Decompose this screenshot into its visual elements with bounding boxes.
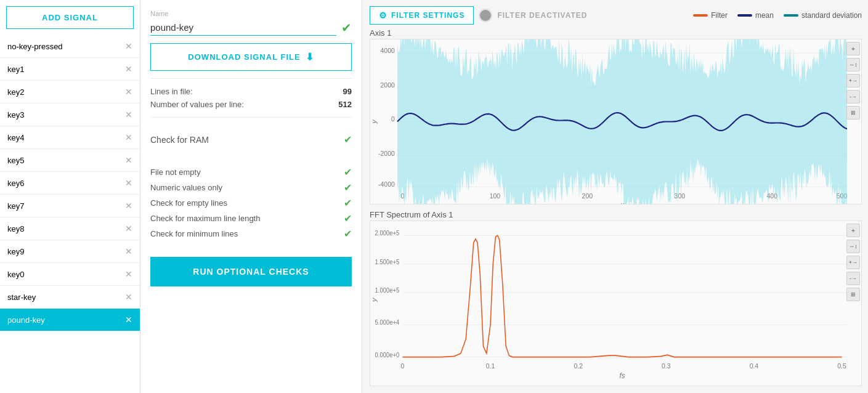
- axis1-zoom-out-x-button[interactable]: -→: [846, 90, 860, 103]
- filter-settings-label: FILTER SETTINGS: [391, 11, 464, 20]
- check-ok-icon: ✔: [344, 182, 352, 193]
- values-per-line-row: Number of values per line: 512: [150, 98, 352, 111]
- check-row-label: File not empty: [150, 168, 201, 177]
- signal-label: no-key-pressed: [7, 42, 63, 51]
- signal-label: key3: [7, 110, 24, 120]
- sidebar-item-key5[interactable]: key5 ✕: [0, 149, 140, 172]
- close-icon[interactable]: ✕: [125, 64, 132, 74]
- fft-zoom-in-x-button[interactable]: +→: [846, 256, 860, 269]
- file-info-section: Lines in file: 99 Number of values per l…: [150, 78, 352, 118]
- svg-text:-2000: -2000: [378, 150, 395, 157]
- signal-label: star-key: [7, 293, 36, 302]
- name-field-label: Name: [150, 10, 352, 17]
- sidebar-item-key1[interactable]: key1 ✕: [0, 58, 140, 81]
- close-icon[interactable]: ✕: [125, 246, 132, 256]
- signal-list: no-key-pressed ✕key1 ✕key2 ✕key3 ✕key4 ✕…: [0, 35, 140, 393]
- legend-mean: mean: [737, 11, 774, 20]
- check-ok-icon: ✔: [344, 166, 352, 178]
- fft-chart-title: FFT Spectrum of Axis 1: [370, 210, 862, 219]
- svg-text:2000: 2000: [381, 81, 395, 89]
- signal-label: key1: [7, 65, 24, 74]
- close-icon[interactable]: ✕: [125, 315, 132, 325]
- axis1-svg: 4000 2000 0 -2000 -4000 0 100 200 300 40…: [370, 39, 861, 204]
- sidebar-item-key7[interactable]: key7 ✕: [0, 195, 140, 217]
- close-icon[interactable]: ✕: [125, 178, 132, 188]
- optional-checks-list: File not empty ✔Numeric values only ✔Che…: [150, 161, 352, 245]
- sidebar-item-key3[interactable]: key3 ✕: [0, 103, 140, 126]
- svg-text:0: 0: [401, 362, 405, 370]
- download-icon: ⬇: [306, 51, 314, 63]
- legend-filter-color: [693, 14, 708, 17]
- close-icon[interactable]: ✕: [125, 269, 132, 279]
- svg-text:1.500e+5: 1.500e+5: [375, 258, 400, 265]
- axis1-chart-controls: + ↔↕ +→ -→ ⊞: [844, 39, 862, 122]
- svg-text:y: y: [370, 119, 378, 124]
- check-for-ram-section: Check for RAM ✔: [150, 125, 352, 154]
- sidebar-item-star-key[interactable]: star-key ✕: [0, 286, 140, 309]
- run-optional-checks-button[interactable]: RUN OPTIONAL CHECKS: [150, 257, 352, 286]
- fft-fit-button[interactable]: ⊞: [846, 288, 860, 301]
- check-row-label: Check for maximum line length: [150, 214, 260, 223]
- close-icon[interactable]: ✕: [125, 87, 132, 97]
- legend-std-dev: standard deviation: [784, 11, 862, 20]
- axis1-chart-container: Axis 1 4000 2000 0 -2000 -4000 0 100 200…: [370, 28, 862, 205]
- signal-label: key6: [7, 179, 24, 188]
- name-input[interactable]: [150, 20, 336, 36]
- close-icon[interactable]: ✕: [125, 110, 132, 120]
- top-bar: ⚙ FILTER SETTINGS FILTER DEACTIVATED Fil…: [370, 6, 862, 25]
- name-check-icon: ✔: [341, 20, 352, 35]
- close-icon[interactable]: ✕: [125, 224, 132, 233]
- check-row: Numeric values only ✔: [150, 182, 352, 193]
- signal-label: pound-key: [7, 315, 45, 325]
- check-ok-icon: ✔: [344, 197, 352, 209]
- gear-icon: ⚙: [379, 10, 387, 20]
- sidebar-item-key2[interactable]: key2 ✕: [0, 81, 140, 103]
- axis1-pan-button[interactable]: ↔↕: [846, 58, 860, 71]
- filter-settings-button[interactable]: ⚙ FILTER SETTINGS: [370, 6, 474, 25]
- filter-deactivated-label: FILTER DEACTIVATED: [497, 11, 587, 20]
- fft-chart-box: 2.000e+5 1.500e+5 1.000e+5 5.000e+4 0.00…: [370, 221, 862, 386]
- close-icon[interactable]: ✕: [125, 201, 132, 211]
- close-icon[interactable]: ✕: [125, 155, 132, 165]
- svg-text:-4000: -4000: [378, 180, 395, 188]
- axis1-zoom-in-button[interactable]: +: [846, 42, 860, 55]
- download-signal-file-button[interactable]: DOWNLOAD SIGNAL FILE ⬇: [150, 43, 352, 71]
- sidebar-item-key8[interactable]: key8 ✕: [0, 217, 140, 240]
- filter-toggle[interactable]: [479, 9, 492, 22]
- check-row: Check for empty lines ✔: [150, 197, 352, 209]
- axis1-zoom-in-x-button[interactable]: +→: [846, 74, 860, 87]
- lines-in-file-label: Lines in file:: [150, 87, 193, 96]
- signal-label: key7: [7, 201, 24, 211]
- close-icon[interactable]: ✕: [125, 292, 132, 302]
- fft-pan-button[interactable]: ↔↕: [846, 240, 860, 253]
- fft-svg: 2.000e+5 1.500e+5 1.000e+5 5.000e+4 0.00…: [370, 221, 861, 386]
- close-icon[interactable]: ✕: [125, 132, 132, 142]
- fft-chart-container: FFT Spectrum of Axis 1 2.000e+5 1.500e+5…: [370, 210, 862, 387]
- svg-text:5.000e+4: 5.000e+4: [375, 319, 400, 326]
- chart-legend: Filter mean standard deviation: [693, 11, 862, 20]
- fft-zoom-out-x-button[interactable]: -→: [846, 272, 860, 285]
- lines-in-file-value: 99: [343, 87, 352, 96]
- sidebar-item-key4[interactable]: key4 ✕: [0, 126, 140, 149]
- signal-label: key5: [7, 156, 24, 165]
- close-icon[interactable]: ✕: [125, 41, 132, 51]
- middle-panel: Name ✔ DOWNLOAD SIGNAL FILE ⬇ Lines in f…: [140, 0, 362, 393]
- check-for-ram-row: Check for RAM ✔: [150, 131, 352, 148]
- svg-text:2.000e+5: 2.000e+5: [375, 230, 400, 237]
- add-signal-button[interactable]: ADD SIGNAL: [6, 6, 134, 29]
- check-ok-icon: ✔: [344, 228, 352, 240]
- check-row: File not empty ✔: [150, 166, 352, 178]
- right-panel: ⚙ FILTER SETTINGS FILTER DEACTIVATED Fil…: [362, 0, 868, 393]
- axis1-fit-button[interactable]: ⊞: [846, 106, 860, 120]
- check-ok-icon: ✔: [344, 213, 352, 224]
- sidebar-item-key0[interactable]: key0 ✕: [0, 263, 140, 286]
- fft-zoom-in-button[interactable]: +: [846, 224, 860, 237]
- download-label: DOWNLOAD SIGNAL FILE: [188, 52, 300, 62]
- check-row-label: Numeric values only: [150, 183, 222, 192]
- sidebar-item-key9[interactable]: key9 ✕: [0, 240, 140, 263]
- sidebar-item-no-key-pressed[interactable]: no-key-pressed ✕: [0, 35, 140, 58]
- sidebar-item-key6[interactable]: key6 ✕: [0, 172, 140, 195]
- sidebar-item-pound-key[interactable]: pound-key ✕: [0, 309, 140, 331]
- check-for-ram-label: Check for RAM: [150, 135, 209, 145]
- check-for-ram-icon: ✔: [344, 134, 352, 145]
